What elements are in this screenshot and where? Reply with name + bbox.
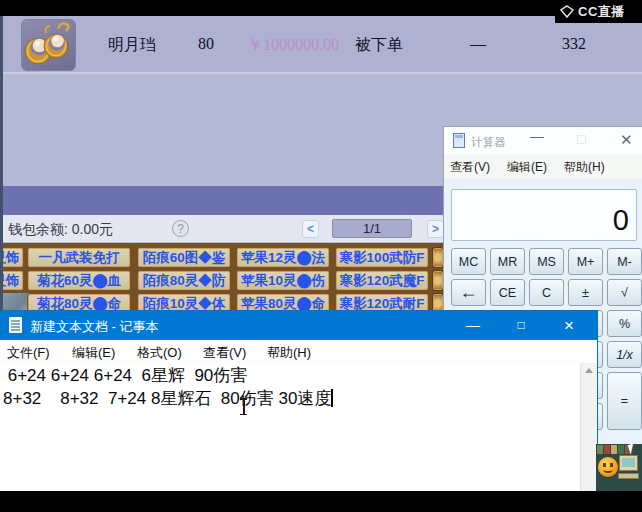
grid-item-button[interactable]: 陌痕80灵◆防 bbox=[137, 270, 231, 291]
calc-button-mc[interactable]: MC bbox=[451, 248, 486, 275]
grid-item-button[interactable]: 陌痕60图◆鉴 bbox=[137, 247, 231, 268]
notepad-line-2: 8+32 8+32 7+24 8星辉石 80伤害 30速度 bbox=[3, 389, 331, 408]
notepad-maximize-button[interactable]: □ bbox=[505, 311, 537, 340]
notepad-titlebar[interactable]: 新建文本文档 - 记事本 — □ × bbox=[0, 311, 597, 340]
thumbnail-detail bbox=[611, 445, 617, 454]
grid-item-button[interactable]: 寒影100武防F bbox=[335, 247, 429, 268]
calculator-display: 0 bbox=[451, 189, 637, 241]
calc-button-backspace[interactable]: ← bbox=[451, 279, 486, 306]
notepad-minimize-button[interactable]: — bbox=[457, 311, 489, 340]
game-thumbnail bbox=[596, 444, 642, 491]
cc-live-logo: CC直播 bbox=[555, 0, 642, 23]
help-icon[interactable]: ? bbox=[172, 220, 189, 237]
item-name: 明月珰 bbox=[108, 35, 156, 56]
calc-button-c[interactable]: C bbox=[529, 279, 564, 306]
notepad-icon bbox=[9, 317, 22, 333]
calculator-titlebar[interactable]: 计算器 — □ ✕ bbox=[444, 127, 642, 154]
notepad-title: 新建文本文档 - 记事本 bbox=[30, 318, 159, 336]
notepad-menu-file[interactable]: 文件(F) bbox=[7, 344, 50, 362]
window-left-border bbox=[0, 16, 3, 311]
keyboard-icon bbox=[618, 473, 639, 479]
smiley-icon bbox=[598, 457, 618, 477]
notepad-menu-help[interactable]: 帮助(H) bbox=[267, 344, 311, 362]
calculator-title: 计算器 bbox=[471, 135, 506, 150]
calc-button-mminus[interactable]: M- bbox=[607, 248, 642, 275]
calculator-close-button[interactable]: ✕ bbox=[620, 131, 633, 149]
item-price: ￥1000000.00 bbox=[247, 35, 339, 56]
notepad-menu-view[interactable]: 查看(V) bbox=[203, 344, 246, 362]
ibeam-cursor bbox=[239, 398, 248, 415]
thumbnail-detail bbox=[618, 445, 624, 454]
page-indicator: 1/1 bbox=[332, 219, 412, 238]
calculator-menu-edit[interactable]: 编辑(E) bbox=[507, 159, 547, 176]
notepad-close-button[interactable]: × bbox=[553, 311, 585, 340]
notepad-menubar: 文件(F) 编辑(E) 格式(O) 查看(V) 帮助(H) bbox=[0, 340, 597, 363]
grid-item-button[interactable]: 寒影120武魔F bbox=[335, 270, 429, 291]
notepad-scrollbar[interactable] bbox=[580, 363, 597, 511]
calc-button-ce[interactable]: CE bbox=[490, 279, 525, 306]
item-listing-row[interactable]: 明月珰 80 ￥1000000.00 被下单 — 332 bbox=[0, 16, 642, 74]
item-count: 332 bbox=[562, 35, 586, 53]
grid-item-button-partial[interactable]: 灵饰 bbox=[0, 270, 24, 291]
calc-button-mplus[interactable]: M+ bbox=[568, 248, 603, 275]
calc-button-ms[interactable]: MS bbox=[529, 248, 564, 275]
notepad-text-area[interactable]: 6+24 6+24 6+24 6星辉 90伤害 8+32 8+32 7+24 8… bbox=[0, 363, 580, 511]
item-status: 被下单 bbox=[355, 35, 403, 56]
scroll-up-icon[interactable] bbox=[585, 368, 593, 373]
notepad-menu-format[interactable]: 格式(O) bbox=[137, 344, 182, 362]
cc-logo-text: CC直播 bbox=[578, 3, 625, 21]
calculator-minimize-button[interactable]: — bbox=[530, 128, 544, 144]
bottom-letterbox-bar bbox=[0, 491, 642, 512]
calc-button-percent[interactable]: % bbox=[607, 310, 642, 337]
grid-item-button[interactable]: 苹果10灵⬤伤 bbox=[236, 270, 330, 291]
calc-button-equals[interactable]: = bbox=[607, 372, 642, 430]
computer-icon bbox=[619, 455, 638, 471]
cc-diamond-icon bbox=[559, 5, 575, 18]
notepad-line-1: 6+24 6+24 6+24 6星辉 90伤害 bbox=[3, 366, 247, 385]
item-level: 80 bbox=[198, 35, 214, 53]
calculator-icon bbox=[453, 133, 465, 148]
calc-button-negate[interactable]: ± bbox=[568, 279, 603, 306]
top-letterbox-bar bbox=[0, 0, 642, 16]
grid-item-button[interactable]: 苹果12灵⬤法 bbox=[236, 247, 330, 268]
grid-item-button[interactable]: 菊花60灵⬤血 bbox=[27, 270, 131, 291]
calc-button-sqrt[interactable]: √ bbox=[607, 279, 642, 306]
thumbnail-detail bbox=[604, 445, 610, 454]
item-icon bbox=[21, 19, 76, 71]
calculator-menu-help[interactable]: 帮助(H) bbox=[564, 159, 605, 176]
wallet-balance-label: 钱包余额: 0.00元 bbox=[8, 221, 113, 239]
text-caret bbox=[331, 389, 333, 407]
calculator-menubar: 查看(V) 编辑(E) 帮助(H) bbox=[444, 154, 642, 178]
thumbnail-detail bbox=[597, 445, 603, 454]
notepad-menu-edit[interactable]: 编辑(E) bbox=[72, 344, 115, 362]
grid-item-button-partial[interactable]: 灵饰 bbox=[0, 247, 24, 268]
calculator-menu-view[interactable]: 查看(V) bbox=[450, 159, 490, 176]
calc-button-reciprocal[interactable]: 1/x bbox=[607, 341, 642, 368]
notepad-window: 新建文本文档 - 记事本 — □ × 文件(F) 编辑(E) 格式(O) 查看(… bbox=[0, 310, 598, 512]
page-prev-button[interactable]: < bbox=[302, 220, 319, 238]
page-next-button[interactable]: > bbox=[427, 220, 444, 238]
item-dash: — bbox=[470, 35, 486, 53]
grid-item-button[interactable]: 一凡武装免打 bbox=[27, 247, 131, 268]
calc-button-mr[interactable]: MR bbox=[490, 248, 525, 275]
calculator-maximize-button[interactable]: □ bbox=[577, 131, 585, 147]
